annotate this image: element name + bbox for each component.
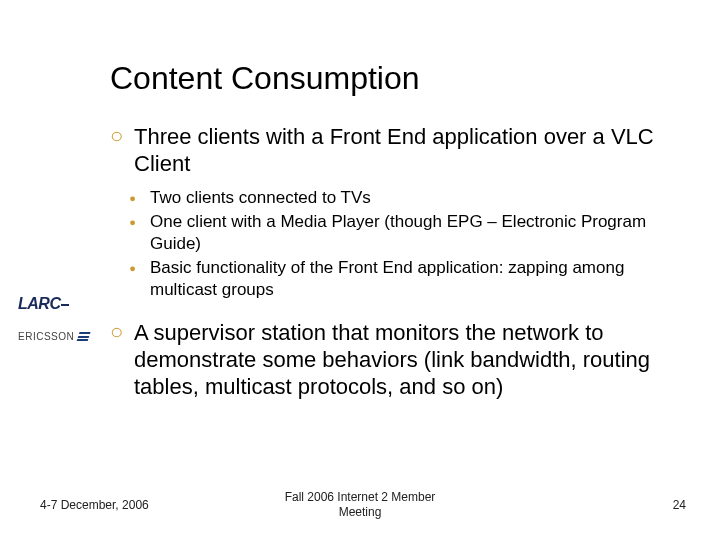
- sub-bullet-item: ● One client with a Media Player (though…: [110, 211, 680, 255]
- bullet-open-icon: ○: [110, 319, 134, 345]
- sub-bullet-text: Two clients connected to TVs: [150, 187, 371, 209]
- bullet-text: Three clients with a Front End applicati…: [134, 123, 680, 177]
- larc-logo-text: LARC: [18, 295, 60, 312]
- sub-bullet-text: One client with a Media Player (though E…: [150, 211, 680, 255]
- slide: Content Consumption ○ Three clients with…: [0, 0, 720, 540]
- ericsson-bars-icon: [76, 331, 91, 343]
- ericsson-logo: ERICSSON: [18, 331, 88, 343]
- logo-area: LARC ERICSSON: [18, 295, 88, 343]
- sub-bullet-list: ● Two clients connected to TVs ● One cli…: [110, 187, 680, 301]
- sub-bullet-text: Basic functionality of the Front End app…: [150, 257, 680, 301]
- slide-title: Content Consumption: [110, 60, 680, 97]
- bullet-solid-icon: ●: [110, 257, 150, 279]
- slide-footer: 4-7 December, 2006 Fall 2006 Internet 2 …: [0, 490, 720, 520]
- larc-logo: LARC: [18, 295, 88, 313]
- footer-center-line1: Fall 2006 Internet 2 Member: [285, 490, 436, 504]
- sub-bullet-item: ● Basic functionality of the Front End a…: [110, 257, 680, 301]
- footer-page-number: 24: [673, 498, 686, 512]
- bullet-text: A supervisor station that monitors the n…: [134, 319, 680, 400]
- footer-date: 4-7 December, 2006: [40, 498, 149, 512]
- bullet-solid-icon: ●: [110, 211, 150, 233]
- footer-center-line2: Meeting: [339, 505, 382, 519]
- ericsson-logo-text: ERICSSON: [18, 331, 74, 342]
- larc-bar-icon: [61, 304, 69, 306]
- bullet-item: ○ A supervisor station that monitors the…: [110, 319, 680, 400]
- bullet-solid-icon: ●: [110, 187, 150, 209]
- slide-body: ○ Three clients with a Front End applica…: [110, 123, 680, 400]
- bullet-open-icon: ○: [110, 123, 134, 149]
- sub-bullet-item: ● Two clients connected to TVs: [110, 187, 680, 209]
- bullet-item: ○ Three clients with a Front End applica…: [110, 123, 680, 177]
